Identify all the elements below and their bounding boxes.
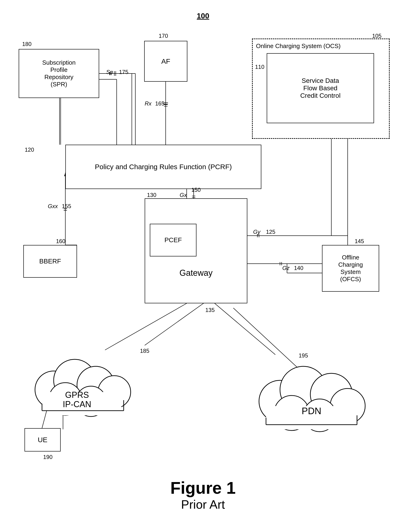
figure-number: 100 (197, 12, 209, 20)
pcrf-box: Policy and Charging Rules Function (PCRF… (65, 145, 261, 189)
af-ref: 170 (159, 33, 168, 39)
af-box: AF (144, 41, 187, 82)
gateway-label: Gateway (179, 268, 213, 278)
gx-label: Gx (180, 192, 187, 198)
bberf-ref: 160 (56, 238, 65, 244)
sp-ref: 175 (119, 69, 128, 75)
bberf-box: BBERF (23, 245, 77, 278)
pcef-ref: 130 (147, 192, 156, 198)
svg-line-24 (145, 299, 210, 345)
sdflowcc-label: Service Data Flow Based Credit Control (300, 77, 341, 99)
pcef-gateway-box: PCEF Gateway (145, 198, 247, 303)
ue-label: UE (38, 436, 48, 444)
gy-ref: 125 (266, 229, 275, 235)
pdn-cloud-svg: PDN (245, 350, 373, 434)
figure-caption: Figure 1 Prior Art (0, 478, 406, 509)
spr-box: Subscription Profile Repository (SPR) (19, 49, 99, 98)
pcef-label: PCEF (165, 236, 182, 244)
ofcs-ref: 145 (355, 238, 364, 244)
ue-ref: 190 (43, 454, 52, 460)
pcrf-label: Policy and Charging Rules Function (PCRF… (95, 163, 232, 171)
gxx-ref: 155 (62, 203, 71, 209)
svg-text:GPRS: GPRS (65, 390, 89, 400)
gprs-cloud: GPRS IP-CAN (23, 338, 140, 418)
pcrf-ref: 120 (25, 147, 34, 153)
spr-ref: 180 (22, 41, 31, 47)
gprs-cloud-svg: GPRS IP-CAN (23, 338, 140, 418)
figure-title: Figure 1 (0, 478, 406, 497)
svg-text:PDN: PDN (302, 406, 321, 416)
sp-label: Sp (106, 69, 113, 75)
svg-text:IP-CAN: IP-CAN (63, 399, 91, 409)
svg-line-74 (215, 303, 275, 355)
ocs-box: Online Charging System (OCS) Service Dat… (252, 38, 390, 139)
figure-subtitle: Prior Art (0, 497, 406, 511)
rx-ref: 165 (155, 100, 165, 107)
ocs-ref: 105 (372, 33, 382, 39)
pdn-cloud: PDN (245, 350, 373, 434)
gz-ref: 140 (294, 265, 303, 271)
sdflowcc-box: Service Data Flow Based Credit Control (267, 53, 374, 123)
rx-label: Rx (145, 100, 152, 107)
ue-box: UE (24, 428, 61, 452)
ocs-label: Online Charging System (OCS) (256, 43, 341, 50)
bberf-label: BBERF (39, 258, 61, 265)
gx-ref: 150 (191, 187, 201, 193)
spr-label: Subscription Profile Repository (SPR) (42, 59, 76, 88)
pdn-ref: 195 (299, 352, 308, 359)
ofcs-label: Offline Charging System (OFCS) (338, 254, 363, 283)
pcef-inner-box: PCEF (150, 224, 196, 256)
gateway-ref: 135 (205, 307, 215, 313)
gprs-ref: 185 (140, 348, 149, 354)
sdflowcc-ref: 110 (255, 64, 264, 70)
ofcs-box: Offline Charging System (OFCS) (322, 245, 379, 292)
diagram: 100 (0, 0, 406, 532)
gz-label: Gz (282, 265, 290, 271)
gxx-label: Gxx (48, 203, 58, 209)
gy-label: Gy (253, 229, 261, 235)
af-label: AF (161, 58, 170, 65)
